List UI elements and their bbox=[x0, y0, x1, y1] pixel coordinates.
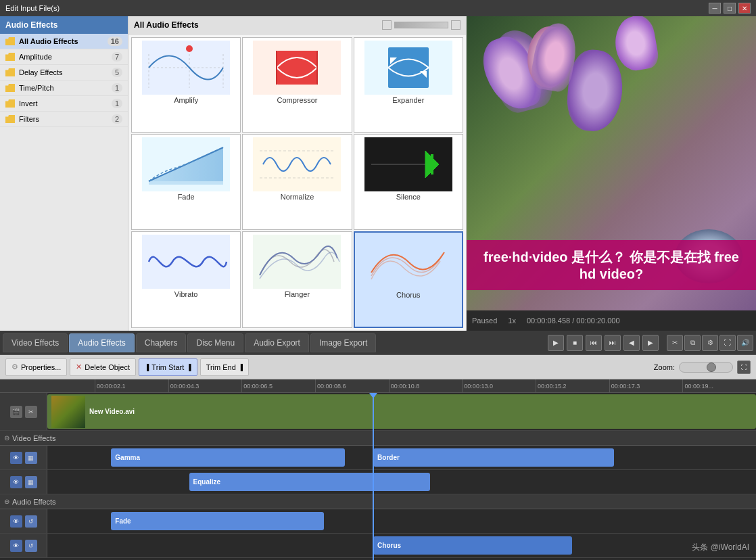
overlay-text: free·hd·video 是什么？ 你是不是在找 free hd video? bbox=[483, 250, 739, 281]
audio-collapse-icon[interactable]: ⊖ bbox=[4, 498, 9, 505]
amplify-icon bbox=[142, 41, 230, 95]
tab-chapters[interactable]: Chapters bbox=[136, 333, 187, 352]
gear-icon: ⚙ bbox=[11, 363, 18, 371]
silence-icon bbox=[364, 137, 452, 191]
eye-icon-4[interactable]: 👁 bbox=[10, 540, 22, 552]
window-title: Edit Input File(s) bbox=[5, 4, 60, 12]
video-effects-section-label: Video Effects bbox=[12, 434, 55, 442]
tab-disc-menu[interactable]: Disc Menu bbox=[187, 333, 243, 352]
flower-3 bbox=[565, 48, 625, 134]
tab-audio-effects[interactable]: Audio Effects bbox=[69, 333, 135, 352]
prev-button[interactable]: ⏮ bbox=[586, 335, 602, 351]
volume-button[interactable]: 🔊 bbox=[737, 335, 753, 351]
equalize-track-content: Equalize bbox=[47, 470, 756, 494]
fade-clip[interactable]: Fade bbox=[111, 512, 323, 530]
effect-item-amplify[interactable]: Amplify bbox=[131, 37, 241, 133]
trim-end-label: Trim End bbox=[206, 363, 236, 371]
video-clip[interactable]: New Video.avi bbox=[47, 394, 756, 429]
toolbar: ⚙ Properties... ✕ Delete Object ▐ Trim S… bbox=[0, 355, 756, 379]
effect-item-normalize[interactable]: Normalize bbox=[242, 134, 352, 229]
border-label: Border bbox=[377, 454, 400, 461]
equalize-track-row: 👁 ▦ Equalize bbox=[0, 470, 756, 494]
effects-panel: All Audio Effects bbox=[128, 16, 467, 331]
svg-rect-7 bbox=[277, 51, 317, 85]
panel-expand-icon[interactable] bbox=[451, 20, 460, 30]
sidebar-item-label: Amplitude bbox=[19, 53, 112, 61]
sidebar-item-time-pitch[interactable]: Time/Pitch 1 bbox=[0, 80, 128, 96]
cut-button[interactable]: ✂ bbox=[667, 335, 683, 351]
chorus-clip[interactable]: Chorus bbox=[373, 536, 571, 555]
effect-item-silence[interactable]: Silence bbox=[354, 134, 463, 229]
panel-resize-icon[interactable] bbox=[382, 20, 392, 30]
gamma-track-content: Gamma Border bbox=[47, 446, 756, 469]
preview-status-paused: Paused bbox=[472, 317, 497, 325]
video-clip-label: New Video.avi bbox=[89, 408, 135, 415]
tab-video-effects[interactable]: Video Effects bbox=[3, 333, 68, 352]
sidebar-item-filters[interactable]: Filters 2 bbox=[0, 112, 128, 127]
sidebar: Audio Effects All Audio Effects 16 Ampli… bbox=[0, 16, 128, 331]
top-section: Audio Effects All Audio Effects 16 Ampli… bbox=[0, 16, 756, 331]
sidebar-header: Audio Effects bbox=[0, 16, 128, 34]
tab-audio-export[interactable]: Audio Export bbox=[245, 333, 309, 352]
tab-image-export[interactable]: Image Export bbox=[310, 333, 376, 352]
sidebar-item-all-audio-effects[interactable]: All Audio Effects 16 bbox=[0, 34, 128, 49]
settings-button[interactable]: ⚙ bbox=[702, 335, 718, 351]
tab-audio-effects-label: Audio Effects bbox=[78, 338, 126, 348]
preview-time-current: 00:00:08.458 bbox=[527, 317, 570, 325]
play-button[interactable]: ▶ bbox=[548, 335, 564, 351]
minimize-button[interactable]: ─ bbox=[709, 3, 721, 14]
svg-point-5 bbox=[186, 45, 193, 52]
delete-button[interactable]: ✕ Delete Object bbox=[70, 358, 136, 376]
sidebar-item-count: 16 bbox=[108, 37, 122, 46]
effect-item-chorus[interactable]: Chorus bbox=[354, 231, 463, 328]
gamma-clip[interactable]: Gamma bbox=[111, 448, 345, 467]
properties-button[interactable]: ⚙ Properties... bbox=[5, 358, 67, 376]
title-bar: Edit Input File(s) ─ □ ✕ bbox=[0, 0, 756, 16]
sidebar-item-delay-effects[interactable]: Delay Effects 5 bbox=[0, 65, 128, 80]
close-button[interactable]: ✕ bbox=[738, 3, 751, 14]
maximize-button[interactable]: □ bbox=[724, 3, 736, 14]
zoom-slider[interactable] bbox=[679, 362, 733, 373]
sidebar-item-count: 2 bbox=[112, 114, 122, 124]
preview-image: free·hd·video 是什么？ 你是不是在找 free hd video? bbox=[467, 16, 756, 310]
sidebar-item-label: Invert bbox=[19, 99, 112, 108]
window-controls: ─ □ ✕ bbox=[709, 3, 751, 14]
timeline-tracks: 🎬 ✂ New Video.avi ⊖ Video Effects 👁 bbox=[0, 393, 756, 560]
effect-icon: ▦ bbox=[25, 452, 37, 464]
stop-button[interactable]: ■ bbox=[567, 335, 583, 351]
sidebar-item-invert[interactable]: Invert 1 bbox=[0, 96, 128, 112]
next-button[interactable]: ⏭ bbox=[605, 335, 621, 351]
fullscreen-button[interactable]: ⛶ bbox=[719, 335, 736, 351]
forward-button[interactable]: ▶ bbox=[642, 335, 659, 351]
tab-image-export-label: Image Export bbox=[319, 338, 367, 348]
sidebar-item-count: 1 bbox=[112, 99, 122, 108]
sidebar-item-count: 7 bbox=[112, 52, 122, 62]
panel-scrollbar[interactable] bbox=[394, 22, 448, 28]
effect-item-vibrato[interactable]: Vibrato bbox=[131, 231, 241, 328]
rewind-button[interactable]: ◀ bbox=[623, 335, 640, 351]
timeline-section: 00:00:02.1 00:00:04.3 00:00:06.5 00:00:0… bbox=[0, 379, 756, 560]
normalize-icon bbox=[253, 137, 341, 191]
tab-disc-menu-label: Disc Menu bbox=[196, 338, 235, 348]
vibrato-label: Vibrato bbox=[174, 290, 198, 298]
collapse-icon[interactable]: ⊖ bbox=[4, 434, 9, 442]
cut-track-icon[interactable]: ✂ bbox=[25, 406, 37, 418]
main-container: Audio Effects All Audio Effects 16 Ampli… bbox=[0, 16, 756, 560]
effect-item-fade[interactable]: Fade bbox=[131, 134, 241, 229]
copy-button[interactable]: ⧉ bbox=[684, 335, 701, 351]
sidebar-item-amplitude[interactable]: Amplitude 7 bbox=[0, 49, 128, 65]
trim-start-button[interactable]: ▐ Trim Start ▐ bbox=[139, 358, 197, 376]
trim-end-button[interactable]: Trim End ▐ bbox=[200, 358, 250, 376]
folder-icon bbox=[5, 37, 15, 45]
eye-icon[interactable]: 👁 bbox=[10, 452, 22, 464]
effect-item-compressor[interactable]: Compressor bbox=[242, 37, 352, 133]
eye-icon-2[interactable]: 👁 bbox=[10, 476, 22, 488]
svg-rect-11 bbox=[388, 47, 429, 88]
fade-icon bbox=[142, 137, 230, 191]
equalize-clip[interactable]: Equalize bbox=[189, 473, 430, 491]
effect-item-flanger[interactable]: Flanger bbox=[242, 231, 352, 328]
border-clip[interactable]: Border bbox=[373, 448, 614, 467]
zoom-expand-button[interactable]: ⛶ bbox=[737, 360, 751, 374]
eye-icon-3[interactable]: 👁 bbox=[10, 515, 22, 528]
effect-item-expander[interactable]: Expander bbox=[354, 37, 463, 133]
